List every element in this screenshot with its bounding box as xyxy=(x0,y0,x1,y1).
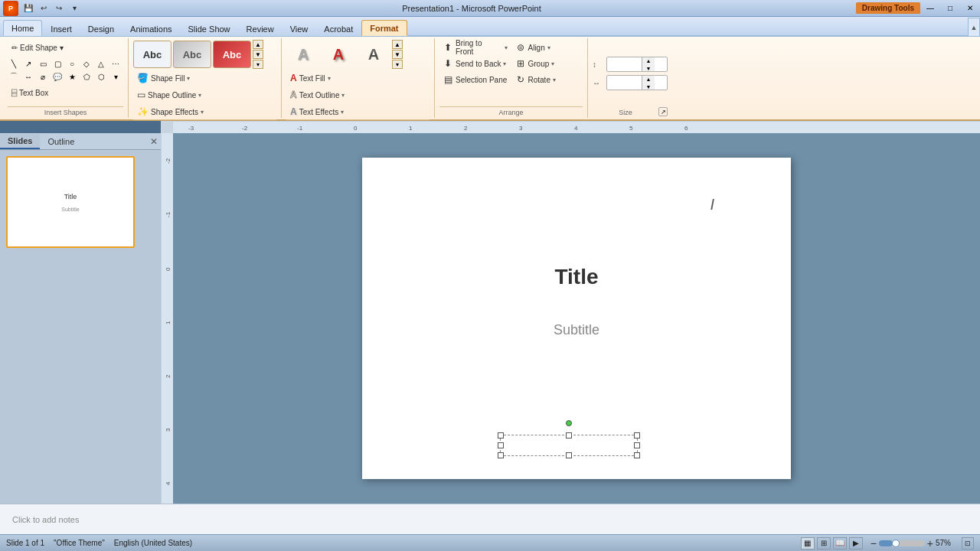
handle-mid-right[interactable] xyxy=(634,442,640,448)
normal-view-btn[interactable]: ▦ xyxy=(801,537,815,549)
shape-outline-arrow: ▾ xyxy=(198,92,201,99)
handle-top-left[interactable] xyxy=(498,432,504,439)
height-up-btn[interactable]: ▲ xyxy=(642,57,655,64)
shape-freeform[interactable]: ⌀ xyxy=(37,70,49,83)
handle-bottom-mid[interactable] xyxy=(566,452,572,458)
height-input[interactable]: 0.4" xyxy=(607,60,642,69)
wordart-1[interactable]: A xyxy=(286,41,320,68)
rotate-btn[interactable]: ↻ Rotate ▾ xyxy=(512,72,583,87)
shape-curve[interactable]: ⌒ xyxy=(8,70,20,83)
wordart-2[interactable]: A xyxy=(322,41,355,68)
svg-text:1: 1 xyxy=(165,321,172,324)
tab-home[interactable]: Home xyxy=(3,20,42,36)
shape-hexagon[interactable]: ⬡ xyxy=(95,70,107,83)
height-down-btn[interactable]: ▼ xyxy=(642,64,655,72)
slide-subtitle[interactable]: Subtitle xyxy=(362,322,791,338)
wordart-down[interactable]: ▼ xyxy=(392,50,403,59)
slideshow-btn[interactable]: ▶ xyxy=(849,537,863,549)
wordart-more[interactable]: ▾ xyxy=(392,60,403,69)
shape-circle[interactable]: ○ xyxy=(66,57,78,70)
shape-effects-btn[interactable]: ✨ Shape Effects ▾ xyxy=(133,104,276,119)
shape-rect[interactable]: ▭ xyxy=(37,57,49,70)
shape-triangle[interactable]: △ xyxy=(95,57,107,70)
zoom-thumb[interactable] xyxy=(892,540,900,547)
maximize-btn[interactable]: □ xyxy=(940,0,960,17)
tab-acrobat[interactable]: Acrobat xyxy=(316,21,361,36)
shape-line[interactable]: ╲ xyxy=(8,57,20,70)
handle-bottom-left[interactable] xyxy=(498,452,504,458)
save-quick-btn[interactable]: 💾 xyxy=(21,2,35,15)
text-fill-btn[interactable]: A Text Fill ▾ xyxy=(286,70,430,86)
text-effects-icon: A xyxy=(290,106,297,117)
ribbon-collapse-btn[interactable]: ▲ xyxy=(968,18,980,36)
shape-rounded-rect[interactable]: ▢ xyxy=(51,57,64,70)
shape-arrow[interactable]: ↗ xyxy=(22,57,34,70)
zoom-slider[interactable] xyxy=(879,540,925,546)
shape-star[interactable]: ★ xyxy=(66,70,78,83)
rotate-handle[interactable] xyxy=(566,420,572,426)
tab-view[interactable]: View xyxy=(283,21,316,36)
customize-quick-btn[interactable]: ▾ xyxy=(67,2,81,15)
fit-slide-btn[interactable]: ⊡ xyxy=(962,537,974,549)
notes-area[interactable]: Click to add notes xyxy=(0,504,980,534)
shapes-grid: ╲ ↗ ▭ ▢ ○ ◇ △ ⋯ ⌒ ↔ ⌀ 💬 ★ ⬠ ⬡ ▾ xyxy=(8,57,123,83)
panel-close-btn[interactable]: ✕ xyxy=(150,136,158,147)
selected-textbox[interactable] xyxy=(500,435,638,456)
slides-tab[interactable]: Slides xyxy=(0,134,40,149)
send-back-btn[interactable]: ⬇ Send to Back ▾ xyxy=(439,56,511,71)
shape-styles-down[interactable]: ▼ xyxy=(253,50,263,59)
slide-sorter-btn[interactable]: ⊞ xyxy=(817,537,831,549)
tab-slideshow[interactable]: Slide Show xyxy=(181,21,238,36)
shape-style-2[interactable]: Abc xyxy=(173,41,211,68)
handle-top-mid[interactable] xyxy=(566,432,572,439)
group-btn[interactable]: ⊞ Group ▾ xyxy=(512,56,583,71)
shape-chevron[interactable]: ⋯ xyxy=(109,57,122,70)
slide-title[interactable]: Title xyxy=(362,265,791,289)
undo-quick-btn[interactable]: ↩ xyxy=(37,2,51,15)
shape-style-1[interactable]: Abc xyxy=(133,41,172,68)
size-expand-btn[interactable]: ↗ xyxy=(658,107,668,116)
shape-style-3[interactable]: Abc xyxy=(213,41,251,68)
svg-text:5: 5 xyxy=(629,125,633,132)
wordart-3[interactable]: A xyxy=(357,41,390,68)
bring-front-btn[interactable]: ⬆ Bring to Front ▾ xyxy=(439,40,511,55)
slide-canvas[interactable]: Title Subtitle I xyxy=(362,158,791,479)
selection-pane-btn[interactable]: ▤ Selection Pane xyxy=(439,72,511,87)
shape-callout[interactable]: 💬 xyxy=(51,70,64,83)
slide-1-thumbnail[interactable]: Title Subtitle xyxy=(6,156,135,248)
shape-outline-btn[interactable]: ▭ Shape Outline ▾ xyxy=(133,87,276,103)
minimize-btn[interactable]: — xyxy=(920,0,940,17)
width-up-btn[interactable]: ▲ xyxy=(642,75,655,83)
shape-pentagon[interactable]: ⬠ xyxy=(80,70,93,83)
canvas-area[interactable]: Title Subtitle I xyxy=(173,133,980,504)
zoom-in-btn[interactable]: + xyxy=(927,537,933,549)
shape-styles-up[interactable]: ▲ xyxy=(253,40,263,49)
shape-fill-btn[interactable]: 🪣 Shape Fill ▾ xyxy=(133,70,276,86)
wordart-up[interactable]: ▲ xyxy=(392,40,403,49)
edit-shape-btn[interactable]: ✏ Edit Shape ▾ xyxy=(8,40,67,55)
shape-diamond[interactable]: ◇ xyxy=(80,57,93,70)
handle-top-right[interactable] xyxy=(634,432,640,439)
zoom-out-btn[interactable]: − xyxy=(871,537,877,549)
handle-bottom-right[interactable] xyxy=(634,452,640,458)
send-back-icon: ⬇ xyxy=(443,58,453,69)
shape-styles-more[interactable]: ▾ xyxy=(253,60,263,69)
reading-view-btn[interactable]: 📖 xyxy=(833,537,847,549)
tab-review[interactable]: Review xyxy=(239,21,282,36)
align-btn[interactable]: ⊜ Align ▾ xyxy=(512,40,583,55)
tab-format[interactable]: Format xyxy=(361,20,407,36)
tab-insert[interactable]: Insert xyxy=(43,21,80,36)
shape-connector[interactable]: ↔ xyxy=(22,70,34,83)
tab-design[interactable]: Design xyxy=(80,21,122,36)
close-btn[interactable]: ✕ xyxy=(960,0,980,17)
handle-mid-left[interactable] xyxy=(498,442,504,448)
width-down-btn[interactable]: ▼ xyxy=(642,83,655,90)
redo-quick-btn[interactable]: ↪ xyxy=(52,2,66,15)
width-input[interactable]: 3.17" xyxy=(607,79,642,87)
text-outline-btn[interactable]: A Text Outline ▾ xyxy=(286,87,430,103)
shape-more[interactable]: ▾ xyxy=(109,70,122,83)
text-box-btn[interactable]: ⌸ Text Box xyxy=(8,85,52,100)
tab-animations[interactable]: Animations xyxy=(122,21,179,36)
text-effects-btn[interactable]: A Text Effects ▾ xyxy=(286,104,430,119)
outline-tab[interactable]: Outline xyxy=(40,135,82,148)
